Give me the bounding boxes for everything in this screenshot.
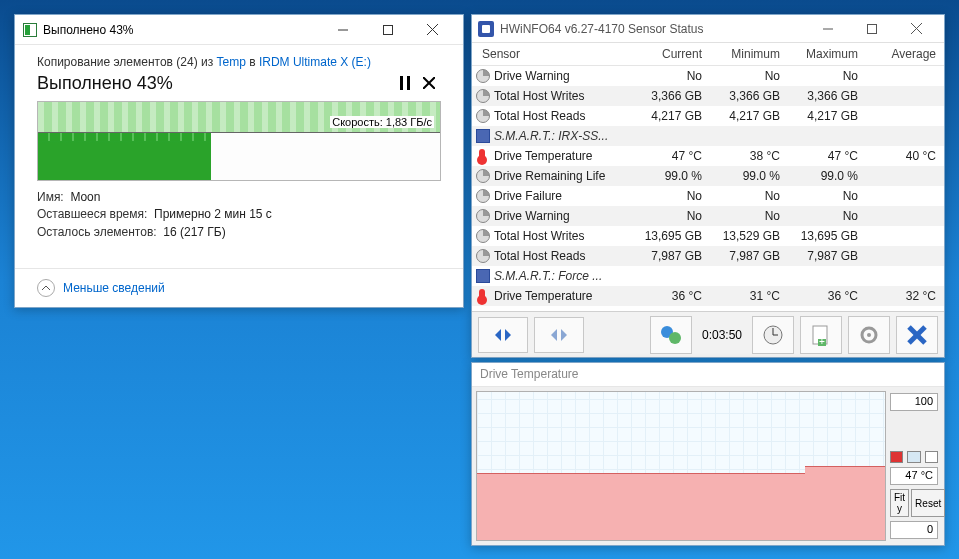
sensor-name: Drive Remaining Life bbox=[494, 169, 605, 183]
copy-throughput-graph[interactable]: Скорость: 1,83 ГБ/с bbox=[37, 101, 441, 181]
copy-name-value: Moon bbox=[70, 190, 100, 204]
gauge-icon bbox=[476, 69, 490, 83]
sensor-cur: No bbox=[632, 186, 710, 206]
gauge-icon bbox=[476, 209, 490, 223]
sensor-avg bbox=[866, 246, 944, 266]
sensor-row[interactable]: Total Host Writes13,695 GB13,529 GB13,69… bbox=[472, 226, 944, 246]
col-minimum[interactable]: Minimum bbox=[710, 43, 788, 66]
svg-line-2 bbox=[427, 24, 438, 35]
svg-line-3 bbox=[427, 24, 438, 35]
sensor-row[interactable]: Drive Temperature36 °C31 °C36 °C32 °C bbox=[472, 286, 944, 306]
sensor-name: Drive Temperature bbox=[494, 289, 592, 303]
sensor-row[interactable]: Drive Temperature47 °C38 °C47 °C40 °C bbox=[472, 146, 944, 166]
gauge-icon bbox=[476, 229, 490, 243]
chevron-up-icon[interactable] bbox=[37, 279, 55, 297]
thermometer-icon bbox=[479, 149, 485, 163]
graph-window-title[interactable]: Drive Temperature bbox=[472, 363, 944, 387]
sensor-avg bbox=[866, 66, 944, 87]
col-maximum[interactable]: Maximum bbox=[788, 43, 866, 66]
hwinfo-close-button[interactable] bbox=[894, 16, 938, 42]
sensor-row[interactable]: Drive WarningNoNoNo bbox=[472, 66, 944, 87]
sensor-name: Drive Temperature bbox=[494, 149, 592, 163]
col-average[interactable]: Average bbox=[866, 43, 944, 66]
hwinfo-sensor-window: HWiNFO64 v6.27-4170 Sensor Status Sensor… bbox=[471, 14, 945, 358]
col-current[interactable]: Current bbox=[632, 43, 710, 66]
sensor-avg bbox=[866, 106, 944, 126]
hwinfo-maximize-button[interactable] bbox=[850, 16, 894, 42]
sensor-section-name: S.M.A.R.T.: IRX-SS... bbox=[494, 129, 608, 143]
swatch-bg-icon[interactable] bbox=[907, 451, 920, 463]
sensor-row[interactable]: Drive FailureNoNoNo bbox=[472, 186, 944, 206]
svg-marker-15 bbox=[561, 329, 567, 341]
gauge-icon bbox=[476, 89, 490, 103]
sensor-max: No bbox=[788, 66, 866, 87]
sensor-max: 4,217 GB bbox=[788, 106, 866, 126]
sensor-name: Drive Warning bbox=[494, 209, 570, 223]
sensor-row[interactable]: Total Host Reads7,987 GB7,987 GB7,987 GB bbox=[472, 246, 944, 266]
sensor-min: 3,366 GB bbox=[710, 86, 788, 106]
expand-collapse-right-button[interactable] bbox=[534, 317, 584, 353]
maximize-button[interactable] bbox=[365, 16, 410, 44]
copy-source-link[interactable]: Temp bbox=[217, 55, 246, 69]
close-sensors-button[interactable] bbox=[896, 316, 938, 354]
sensor-max: 47 °C bbox=[788, 146, 866, 166]
sensor-cur: 7,987 GB bbox=[632, 246, 710, 266]
copy-footer: Меньше сведений bbox=[15, 268, 463, 307]
temperature-graph[interactable] bbox=[476, 391, 886, 541]
reset-button[interactable]: Reset bbox=[911, 489, 945, 517]
sensor-cur: 36 °C bbox=[632, 286, 710, 306]
gauge-icon bbox=[476, 249, 490, 263]
expand-collapse-left-button[interactable] bbox=[478, 317, 528, 353]
less-details-link[interactable]: Меньше сведений bbox=[63, 281, 165, 295]
hwinfo-minimize-button[interactable] bbox=[806, 16, 850, 42]
swatch-series-icon[interactable] bbox=[890, 451, 903, 463]
gauge-icon bbox=[476, 189, 490, 203]
minimize-button[interactable] bbox=[320, 16, 365, 44]
swatch-grid-icon[interactable] bbox=[925, 451, 938, 463]
sensor-avg bbox=[866, 226, 944, 246]
col-sensor[interactable]: Sensor bbox=[472, 43, 632, 66]
graph-ymin-input[interactable]: 0 bbox=[890, 521, 938, 539]
clock-reset-button[interactable] bbox=[752, 316, 794, 354]
svg-rect-1 bbox=[383, 25, 392, 34]
sensor-section-row[interactable]: S.M.A.R.T.: Force ... bbox=[472, 266, 944, 286]
copy-body: Копирование элементов (24) из Temp в IRD… bbox=[15, 45, 463, 268]
sensor-name: Total Host Writes bbox=[494, 229, 584, 243]
hwinfo-titlebar[interactable]: HWiNFO64 v6.27-4170 Sensor Status bbox=[472, 15, 944, 43]
logging-button[interactable] bbox=[650, 316, 692, 354]
sensor-max: 99.0 % bbox=[788, 166, 866, 186]
copy-meta: Имя: Moon Оставшееся время: Примерно 2 м… bbox=[37, 189, 441, 241]
fit-y-button[interactable]: Fit y bbox=[890, 489, 909, 517]
graph-color-swatches[interactable] bbox=[890, 451, 938, 463]
cancel-copy-button[interactable] bbox=[417, 71, 441, 95]
graph-ymax-input[interactable]: 100 bbox=[890, 393, 938, 411]
sensor-min: 38 °C bbox=[710, 146, 788, 166]
gauge-icon bbox=[476, 109, 490, 123]
svg-marker-12 bbox=[495, 329, 501, 341]
close-button[interactable] bbox=[410, 16, 455, 44]
chip-icon bbox=[476, 129, 490, 143]
copy-dest-link[interactable]: IRDM Ultimate X (E:) bbox=[259, 55, 371, 69]
sensor-row[interactable]: Drive Remaining Life99.0 %99.0 %99.0 % bbox=[472, 166, 944, 186]
settings-button[interactable] bbox=[848, 316, 890, 354]
hwinfo-sensor-grid[interactable]: Sensor Current Minimum Maximum Average D… bbox=[472, 43, 944, 311]
copy-time-value: Примерно 2 мин 15 с bbox=[154, 207, 272, 221]
sensor-min: 99.0 % bbox=[710, 166, 788, 186]
sensor-max: No bbox=[788, 206, 866, 226]
sensor-min: No bbox=[710, 66, 788, 87]
copy-titlebar[interactable]: Выполнено 43% bbox=[15, 15, 463, 45]
svg-rect-5 bbox=[407, 76, 410, 90]
copy-speed-label: Скорость: 1,83 ГБ/с bbox=[330, 116, 434, 128]
sensor-section-row[interactable]: S.M.A.R.T.: IRX-SS... bbox=[472, 126, 944, 146]
sensor-avg bbox=[866, 166, 944, 186]
svg-point-17 bbox=[669, 332, 681, 344]
hwinfo-window-title: HWiNFO64 v6.27-4170 Sensor Status bbox=[500, 22, 806, 36]
svg-text:+: + bbox=[819, 336, 825, 346]
save-report-button[interactable]: + bbox=[800, 316, 842, 354]
sensor-row[interactable]: Total Host Writes3,366 GB3,366 GB3,366 G… bbox=[472, 86, 944, 106]
hwinfo-app-icon bbox=[478, 21, 494, 37]
sensor-cur: 13,695 GB bbox=[632, 226, 710, 246]
pause-button[interactable] bbox=[393, 71, 417, 95]
sensor-row[interactable]: Drive WarningNoNoNo bbox=[472, 206, 944, 226]
sensor-row[interactable]: Total Host Reads4,217 GB4,217 GB4,217 GB bbox=[472, 106, 944, 126]
